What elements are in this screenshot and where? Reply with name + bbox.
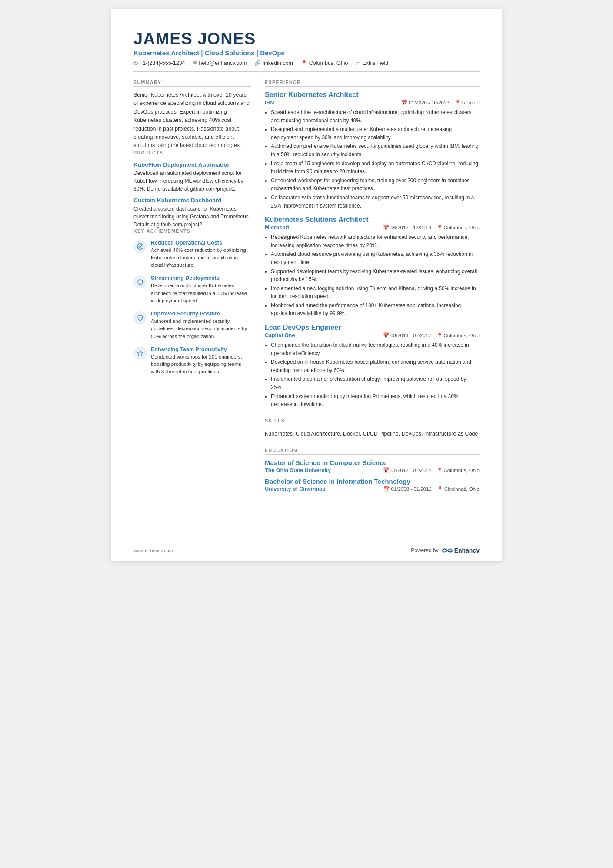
phone-icon: ✆ (133, 60, 138, 66)
project-title-1: KubeFlow Deployment Automation (133, 161, 251, 168)
email-icon: ✉ (193, 60, 197, 66)
skills-label: SKILLS (265, 418, 480, 425)
edu-cal-1: 📅 01/2012 - 01/2014 (383, 467, 431, 473)
project-title-2: Custom Kubernetes Dashboard (133, 197, 251, 204)
list-item: Kubernetes Solutions Architect Microsoft… (265, 216, 480, 318)
edu-cal-2: 📅 01/2008 - 01/2012 (383, 486, 431, 492)
job-bullets-3: Championed the transition to cloud-nativ… (271, 341, 480, 409)
list-item: Bachelor of Science in Information Techn… (265, 478, 480, 492)
svg-point-0 (137, 244, 143, 250)
list-item: KubeFlow Deployment Automation Developed… (133, 161, 251, 193)
calendar-icon: 📅 06/2017 - 12/2019 (383, 225, 431, 231)
summary-section: SUMMARY Senior Kubernetes Architect with… (133, 80, 251, 150)
header: JAMES JONES Kubernetes Architect | Cloud… (133, 30, 480, 72)
cal-icon: 📅 (383, 332, 389, 338)
achievements-label: KEY ACHIEVEMENTS (133, 228, 251, 235)
bullet: Redesigned Kubernetes network architectu… (271, 233, 480, 249)
pin-icon: 📍 (436, 467, 443, 473)
list-item: Improved Security Posture Authored and i… (133, 311, 251, 340)
job-title-3: Lead DevOps Engineer (265, 324, 480, 332)
job-meta-2: Microsoft 📅 06/2017 - 12/2019 📍 Columbus… (265, 225, 480, 231)
achievement-title-3: Improved Security Posture (151, 311, 251, 317)
footer-brand: Powered by Enhancv (411, 546, 480, 554)
list-item: Reduced Operational Costs Achieved 40% c… (133, 240, 251, 269)
list-item: Streamlining Deployments Developed a mul… (133, 275, 251, 305)
education-label: EDUCATION (265, 448, 480, 455)
job-title-2: Kubernetes Solutions Architect (265, 216, 480, 224)
job-title-1: Senior Kubernetes Architect (265, 91, 480, 99)
cal-icon: 📅 (383, 486, 390, 492)
footer-website: www.enhancv.com (133, 548, 173, 553)
school-2: University of Cincinnati (265, 486, 326, 492)
experience-section: EXPERIENCE Senior Kubernetes Architect I… (265, 80, 480, 409)
list-item: Master of Science in Computer Science Th… (265, 459, 480, 473)
svg-marker-1 (137, 351, 143, 356)
bullet: Led a team of 15 engineers to develop an… (271, 160, 480, 176)
linkedin-icon: 🔗 (254, 60, 261, 66)
pin-icon: 📍 (455, 100, 461, 106)
brand-name: Enhancv (454, 547, 480, 554)
location-2: 📍 Columbus, Ohio (436, 225, 480, 231)
resume-page: JAMES JONES Kubernetes Architect | Cloud… (111, 9, 502, 561)
bullet: Implemented a new logging solution using… (271, 285, 480, 301)
achievement-desc-1: Achieved 40% cost reduction by optimizin… (151, 247, 251, 269)
bullet: Developed an in-house Kubernetes-based p… (271, 358, 480, 374)
location-contact: 📍 Columbus, Ohio (301, 60, 348, 66)
achievement-desc-2: Developed a multi-cluster Kubernetes arc… (151, 282, 251, 305)
list-item: Enhancing Team Productivity Conducted wo… (133, 346, 251, 376)
achievement-content-3: Improved Security Posture Authored and i… (151, 311, 251, 340)
location-1: 📍 Remote (455, 100, 480, 106)
cal-icon: 📅 (383, 225, 389, 231)
achievement-icon-shield1 (133, 275, 147, 288)
dates-loc-3: 📅 08/2014 - 05/2017 📍 Columbus, Ohio (383, 332, 480, 338)
achievement-title-1: Reduced Operational Costs (151, 240, 251, 246)
achievement-icon-shield2 (133, 311, 147, 324)
edu-meta-2: University of Cincinnati 📅 01/2008 - 01/… (265, 486, 480, 492)
candidate-title: Kubernetes Architect | Cloud Solutions |… (133, 49, 480, 57)
experience-label: EXPERIENCE (265, 80, 480, 87)
edu-dates-loc-2: 📅 01/2008 - 01/2012 📍 Cincinnati, Ohio (383, 486, 480, 492)
star-icon: ☆ (356, 60, 360, 66)
list-item: Senior Kubernetes Architect IBM 📅 01/202… (265, 91, 480, 210)
bullet: Championed the transition to cloud-nativ… (271, 341, 480, 357)
page-footer: www.enhancv.com Powered by Enhancv (133, 546, 480, 554)
achievement-content-2: Streamlining Deployments Developed a mul… (151, 275, 251, 305)
achievement-title-2: Streamlining Deployments (151, 275, 251, 281)
job-bullets-1: Spearheaded the re-architecture of cloud… (271, 108, 480, 210)
enhancv-logo-icon (441, 546, 453, 554)
achievement-content-1: Reduced Operational Costs Achieved 40% c… (151, 240, 251, 269)
company-1: IBM (265, 100, 275, 106)
bullet: Collaborated with cross-functional teams… (271, 194, 480, 210)
achievement-desc-4: Conducted workshops for 200 engineers, b… (151, 353, 251, 376)
skills-text: Kubernetes, Cloud Architecture, Docker, … (265, 429, 480, 438)
dates-loc-2: 📅 06/2017 - 12/2019 📍 Columbus, Ohio (383, 225, 480, 231)
company-2: Microsoft (265, 225, 289, 231)
degree-2: Bachelor of Science in Information Techn… (265, 478, 480, 485)
candidate-name: JAMES JONES (133, 30, 480, 48)
achievement-list: Reduced Operational Costs Achieved 40% c… (133, 240, 251, 376)
achievement-title-4: Enhancing Team Productivity (151, 346, 251, 352)
phone-contact: ✆ +1-(234)-555-1234 (133, 60, 185, 66)
degree-1: Master of Science in Computer Science (265, 459, 480, 466)
edu-meta-1: The Ohio State University 📅 01/2012 - 01… (265, 467, 480, 473)
project-desc-2: Created a custom dashboard for Kubernete… (133, 205, 251, 228)
achievement-icon-star (133, 347, 147, 360)
location-icon: 📍 (301, 60, 307, 66)
calendar-icon: 📅 01/2020 - 10/2023 (401, 100, 449, 106)
job-meta-3: Capital One 📅 08/2014 - 05/2017 📍 Columb… (265, 332, 480, 338)
edu-loc-1: 📍 Columbus, Ohio (436, 467, 480, 473)
project-list: KubeFlow Deployment Automation Developed… (133, 161, 251, 228)
bullet: Authored comprehensive Kubernetes securi… (271, 142, 480, 158)
projects-label: PROJECTS (133, 150, 251, 157)
bullet: Spearheaded the re-architecture of cloud… (271, 108, 480, 124)
pin-icon: 📍 (437, 486, 443, 492)
powered-by-text: Powered by (411, 547, 438, 553)
linkedin-contact: 🔗 linkedin.com (254, 60, 293, 66)
project-desc-1: Developed an automated deployment script… (133, 169, 251, 193)
cal-icon: 📅 (383, 467, 389, 473)
extra-contact: ☆ Extra Field (356, 60, 388, 66)
right-column: EXPERIENCE Senior Kubernetes Architect I… (265, 80, 480, 496)
email-contact: ✉ help@enhancv.com (193, 60, 247, 66)
job-meta-1: IBM 📅 01/2020 - 10/2023 📍 Remote (265, 100, 480, 106)
pin-icon: 📍 (436, 332, 443, 338)
